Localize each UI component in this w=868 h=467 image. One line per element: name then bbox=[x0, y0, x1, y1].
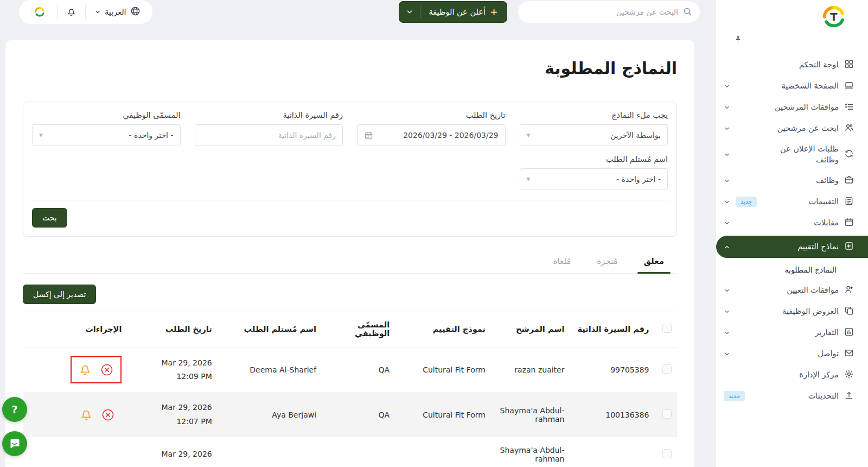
new-badge: جديد bbox=[724, 391, 745, 401]
job-title-cell: QA bbox=[322, 348, 395, 393]
sidebar-item-candidate-approvals[interactable]: موافقات المرشحين bbox=[716, 97, 868, 118]
sidebar-item-interviews[interactable]: مقابلات bbox=[716, 212, 868, 234]
chevron-down-icon bbox=[724, 83, 730, 90]
globe-icon bbox=[130, 6, 141, 18]
sidebar-item-label: مقابلات bbox=[814, 218, 839, 229]
sidebar-item-jobs[interactable]: وظائف bbox=[716, 170, 868, 191]
job-title-cell: QA bbox=[322, 392, 395, 437]
sidebar-item-evaluations[interactable]: التقييمات جديد bbox=[716, 191, 868, 212]
job-title-cell bbox=[322, 437, 395, 467]
sidebar-subitem-requested-forms[interactable]: النماذج المطلوبة bbox=[716, 260, 868, 280]
sidebar-item-reports[interactable]: التقارير bbox=[716, 322, 868, 343]
select-all-checkbox[interactable] bbox=[662, 324, 672, 333]
sidebar-item-profile[interactable]: الصفحة الشخصية bbox=[716, 75, 868, 97]
caret-down-icon: ▼ bbox=[527, 132, 531, 138]
sidebar-item-label: موافقات المرشحين bbox=[775, 102, 839, 113]
sidebar-nav: لوحة التحكم الصفحة الشخصية موافقات المرش… bbox=[716, 0, 868, 407]
sidebar-item-search-candidates[interactable]: ابحث عن مرشحين bbox=[716, 118, 868, 139]
cv-number-cell: 99705389 bbox=[570, 348, 654, 393]
post-job-button[interactable]: + أعلن عن الوظيفة bbox=[399, 1, 507, 23]
job-title-select[interactable]: - اختر واحدة - ▼ bbox=[32, 124, 181, 146]
cancel-request-button[interactable] bbox=[100, 363, 114, 377]
header-actions: الإجراءات bbox=[23, 311, 127, 348]
chat-bubble-icon bbox=[8, 437, 21, 450]
divider bbox=[420, 5, 420, 18]
chevron-up-icon bbox=[724, 244, 730, 250]
pin-sidebar-button[interactable] bbox=[733, 35, 743, 46]
date-cell: Mar 29, 2026 bbox=[132, 447, 212, 461]
sidebar-item-label: التقييمات bbox=[809, 197, 839, 207]
users-icon bbox=[844, 123, 854, 134]
sidebar-item-job-offers[interactable]: العروض الوظيفية bbox=[716, 301, 868, 322]
help-label: ? bbox=[11, 403, 18, 416]
new-badge: جديد bbox=[736, 197, 757, 207]
language-selector[interactable]: العربية bbox=[86, 6, 149, 18]
briefcase-icon bbox=[844, 175, 854, 186]
bar-chart-icon bbox=[844, 327, 854, 338]
remind-button[interactable] bbox=[79, 408, 93, 422]
row-checkbox[interactable] bbox=[662, 364, 672, 374]
selected-value: بواسطة الآخرين bbox=[610, 131, 661, 140]
filter-cv-number: رقم السيرة الذاتية bbox=[195, 111, 343, 146]
search-button[interactable]: بحث bbox=[32, 208, 67, 228]
cv-number-cell: 100136386 bbox=[570, 392, 654, 437]
tab-completed[interactable]: مُنجزة bbox=[584, 251, 630, 273]
cv-number-input[interactable] bbox=[202, 131, 336, 140]
language-label: العربية bbox=[105, 8, 126, 16]
form-cell bbox=[395, 437, 491, 467]
form-cell: Cultural Fit Form bbox=[395, 392, 491, 437]
row-checkbox[interactable] bbox=[662, 449, 672, 458]
brand-logo[interactable]: T bbox=[821, 4, 846, 29]
form-export-icon bbox=[844, 241, 854, 253]
row-checkbox[interactable] bbox=[662, 409, 672, 419]
sidebar-item-label: وظائف bbox=[816, 175, 839, 186]
fill-forms-select[interactable]: بواسطة الآخرين ▼ bbox=[520, 124, 668, 146]
copy-icon bbox=[844, 306, 854, 317]
post-job-dropdown-toggle[interactable] bbox=[399, 8, 420, 16]
sidebar-item-label: ابحث عن مرشحين bbox=[777, 123, 839, 134]
remind-button[interactable] bbox=[78, 363, 92, 377]
candidate-cell: razan zuaiter bbox=[491, 348, 570, 393]
bell-icon bbox=[78, 363, 92, 377]
sidebar-item-dashboard[interactable]: لوحة التحكم bbox=[716, 54, 868, 75]
date-range-input[interactable]: 2026/03/29 - 2026/03/29 bbox=[357, 124, 506, 146]
sidebar-item-admin-center[interactable]: مركز الإدارة bbox=[716, 364, 868, 386]
calendar-icon bbox=[844, 217, 854, 229]
sidebar-item-label: لوحة التحكم bbox=[799, 60, 839, 71]
tab-cancelled[interactable]: مُلغاة bbox=[540, 251, 584, 273]
selected-value: - اختر واحدة - bbox=[129, 131, 174, 140]
divider bbox=[85, 4, 86, 20]
user-plus-icon bbox=[844, 285, 854, 296]
sidebar-item-evaluation-forms[interactable]: نماذج التقييم bbox=[716, 236, 868, 258]
bell-icon bbox=[79, 408, 93, 422]
cancel-request-button[interactable] bbox=[101, 408, 115, 422]
bell-icon bbox=[66, 7, 76, 17]
divider bbox=[57, 4, 58, 20]
tab-pending[interactable]: معلق bbox=[631, 251, 677, 273]
search-icon bbox=[682, 7, 692, 18]
date-cell: Mar 29, 2026 12:09 PM bbox=[132, 356, 212, 383]
sidebar-item-communicate[interactable]: تواصل bbox=[716, 343, 868, 364]
company-logo-button[interactable] bbox=[22, 3, 57, 21]
requested-forms-table: رقم السيرة الذاتية اسم المرشح نموذج التق… bbox=[23, 311, 677, 467]
notifications-button[interactable] bbox=[58, 7, 85, 17]
sidebar-item-hiring-approvals[interactable]: موافقات التعيين bbox=[716, 280, 868, 301]
caret-down-icon: ▼ bbox=[527, 176, 531, 182]
chevron-down-icon bbox=[724, 220, 730, 226]
chat-widget-button[interactable] bbox=[2, 431, 27, 456]
monitor-icon bbox=[844, 80, 854, 92]
plus-icon: + bbox=[490, 7, 498, 17]
header-job-title: المسمّى الوظيفي bbox=[322, 311, 395, 348]
table-row: Shayma'a Abdul-rahman Mar 29, 2026 bbox=[23, 437, 677, 467]
talentera-logo-icon: T bbox=[821, 4, 846, 29]
sidebar-item-updates[interactable]: التحديثات جديد bbox=[716, 386, 868, 407]
search-input[interactable] bbox=[518, 1, 700, 23]
sidebar-item-job-posting-requests[interactable]: طلبات الإعلان عن وظائف bbox=[716, 139, 868, 170]
cv-number-cell bbox=[570, 437, 654, 467]
recipient-select[interactable]: - اختر واحدة - ▼ bbox=[520, 168, 668, 190]
checklist-icon bbox=[844, 102, 854, 113]
export-excel-button[interactable]: تصدير إلى إكسل bbox=[23, 285, 96, 304]
help-button[interactable]: ? bbox=[2, 397, 27, 422]
filter-request-date: تاريخ الطلب 2026/03/29 - 2026/03/29 bbox=[357, 111, 506, 146]
logo-letter: T bbox=[830, 11, 838, 23]
